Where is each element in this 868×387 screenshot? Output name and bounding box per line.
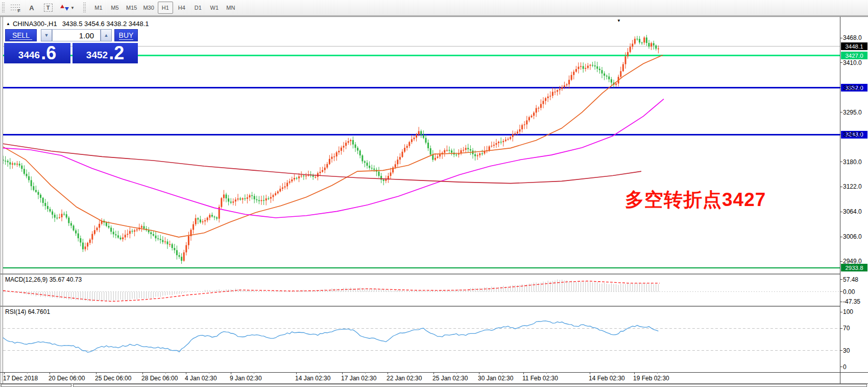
- volume-increase-button[interactable]: ▲: [101, 29, 112, 41]
- ma-slow-darkred: [3, 144, 641, 183]
- rsi-tick-label: 70: [843, 325, 867, 332]
- volume-input[interactable]: [52, 29, 101, 41]
- time-axis-label: 14 Feb 02:30: [589, 375, 625, 382]
- buy-price-main: 3452: [86, 49, 108, 62]
- sell-price-display[interactable]: 3446.6: [4, 43, 70, 63]
- time-axis-label: 28 Dec 06:00: [141, 375, 178, 382]
- time-axis-label: 4 Jan 02:30: [185, 375, 217, 382]
- sell-price-pip: .6: [41, 44, 56, 62]
- rsi-indicator-label: RSI(14) 64.7601: [5, 308, 50, 315]
- price-tick-label: 3122.0: [843, 183, 867, 190]
- time-axis-label: 20 Dec 06:00: [49, 375, 85, 382]
- sell-price-main: 3446: [18, 49, 40, 62]
- buy-price-pip: .2: [109, 44, 124, 62]
- macd-indicator-label: MACD(12,26,9) 35.67 40.73: [5, 276, 82, 283]
- time-axis-label: 22 Jan 02:30: [387, 375, 422, 382]
- rsi-line: [3, 321, 658, 353]
- price-tick-label: 3064.0: [843, 208, 867, 215]
- ohlc-values: 3438.5 3454.6 3438.2 3448.1: [62, 20, 149, 28]
- price-tick-label: 3295.0: [843, 109, 867, 116]
- price-tick-label: 3006.0: [843, 233, 867, 240]
- time-axis-label: 14 Jan 02:30: [295, 375, 330, 382]
- buy-button[interactable]: BUY: [114, 29, 138, 41]
- price-tick-label: 2949.0: [843, 258, 867, 265]
- rsi-tick-label: 100: [843, 308, 867, 315]
- rsi-tick-label: 0: [843, 363, 867, 371]
- one-click-trading-panel: SELL ▼ ▲ BUY 3446.6 3452.2: [4, 29, 138, 63]
- chart-shift-marker[interactable]: ▼: [617, 18, 621, 23]
- price-tick-label: 3352.0: [843, 84, 867, 92]
- buy-underline: [119, 39, 133, 40]
- price-badge-3427.0: 3427.0: [841, 52, 867, 59]
- spinner-up-icon: ▲: [104, 33, 109, 38]
- time-axis-label: 25 Dec 06:00: [95, 375, 131, 382]
- time-axis-label: 11 Feb 02:30: [522, 375, 558, 382]
- symbol-timeframe-label: CHINA300-,H1: [13, 20, 57, 28]
- sell-button[interactable]: SELL: [5, 29, 37, 41]
- price-tick-label: 3180.0: [843, 158, 867, 166]
- candlestick-series: [3, 35, 659, 264]
- macd-tick-label: -47.35: [843, 298, 867, 305]
- volume-decrease-button[interactable]: ▼: [41, 29, 52, 41]
- time-axis-label: 30 Jan 02:30: [478, 375, 513, 382]
- trading-platform-window: { "toolbar": { "tools": [ { "name": "fib…: [0, 0, 868, 387]
- time-axis-label: 9 Jan 02:30: [230, 375, 262, 382]
- bottom-panel-tab: [1, 384, 71, 387]
- time-axis-label: 17 Dec 2018: [3, 375, 38, 382]
- time-axis-label: 25 Jan 02:30: [432, 375, 468, 382]
- ma-fast-orange: [3, 55, 663, 237]
- buy-price-display[interactable]: 3452.2: [73, 43, 138, 63]
- rsi-tick-label: 30: [843, 347, 867, 354]
- time-axis-label: 19 Feb 02:30: [633, 375, 669, 382]
- price-marker-lines: [3, 47, 840, 268]
- time-axis-label: 17 Jan 02:30: [341, 375, 376, 382]
- chart-title: ▲CHINA300-,H13438.5 3454.6 3438.2 3448.1: [6, 20, 149, 28]
- bottom-panel-edge: [73, 384, 867, 387]
- macd-histogram: [3, 280, 658, 302]
- chart-collapse-icon[interactable]: ▲: [6, 21, 10, 26]
- spinner-down-icon: ▼: [44, 33, 49, 38]
- price-tick-label: 3468.0: [843, 34, 867, 41]
- chart-text-annotation: 多空转折点3427: [625, 187, 766, 213]
- ma-medium-magenta: [3, 99, 664, 218]
- price-tick-label: 3410.0: [843, 59, 867, 66]
- sell-underline: [10, 39, 32, 40]
- price-badge-2933.8: 2933.8: [841, 264, 867, 271]
- macd-tick-label: 57.48: [843, 276, 867, 283]
- price-tick-label: 3243.0: [843, 131, 867, 138]
- macd-tick-label: 0.00: [843, 288, 867, 295]
- price-badge-3448.1: 3448.1: [841, 42, 867, 50]
